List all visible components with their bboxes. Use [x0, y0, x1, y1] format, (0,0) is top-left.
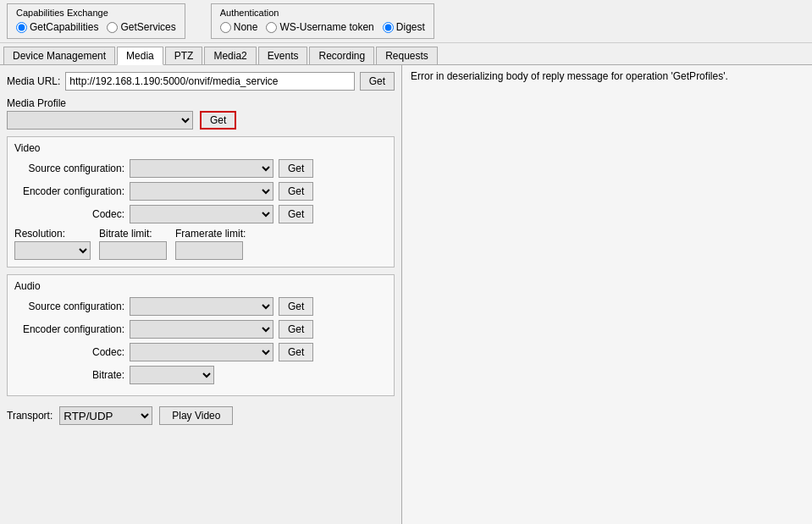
auth-none-radio[interactable]: None	[220, 21, 258, 33]
video-codec-select[interactable]	[130, 205, 273, 223]
error-message: Error in deserializing body of reply mes…	[407, 67, 732, 85]
getservices-label: GetServices	[120, 21, 175, 33]
video-encoder-label: Encoder configuration:	[14, 185, 124, 197]
video-source-select[interactable]	[130, 159, 273, 178]
video-encoder-select[interactable]	[130, 182, 273, 201]
tab-ptz[interactable]: PTZ	[165, 47, 203, 64]
left-panel: Media URL: Get Media Profile Get Video S…	[0, 65, 402, 524]
resolution-label: Resolution:	[14, 228, 91, 240]
audio-bitrate-select[interactable]	[130, 366, 214, 384]
tab-recording[interactable]: Recording	[309, 47, 374, 64]
audio-codec-label: Codec:	[14, 346, 124, 358]
resolution-select[interactable]	[14, 241, 91, 260]
tab-events[interactable]: Events	[258, 47, 308, 64]
audio-section-title: Audio	[14, 280, 387, 292]
capabilities-exchange-label: Capabilities Exchange	[16, 8, 176, 18]
audio-encoder-label: Encoder configuration:	[14, 323, 124, 335]
auth-digest-label: Digest	[396, 21, 425, 33]
audio-source-label: Source configuration:	[14, 301, 124, 312]
bitrate-input[interactable]	[99, 241, 167, 260]
transport-label: Transport:	[7, 410, 52, 422]
profile-get-button[interactable]: Get	[200, 111, 236, 130]
right-panel: Error in deserializing body of reply mes…	[402, 65, 812, 524]
video-codec-label: Codec:	[14, 208, 124, 220]
profile-select[interactable]	[7, 111, 193, 130]
play-video-button[interactable]: Play Video	[159, 406, 233, 425]
video-encoder-get-button[interactable]: Get	[279, 182, 313, 201]
auth-none-label: None	[234, 21, 258, 33]
tab-media[interactable]: Media	[117, 47, 163, 65]
url-input[interactable]	[65, 72, 354, 91]
audio-encoder-select[interactable]	[130, 320, 273, 339]
tab-requests[interactable]: Requests	[376, 47, 438, 64]
audio-codec-select[interactable]	[130, 343, 273, 361]
video-source-get-button[interactable]: Get	[279, 159, 313, 178]
authentication-label: Authentication	[220, 8, 425, 18]
url-get-button[interactable]: Get	[360, 72, 395, 91]
auth-wsusername-radio[interactable]: WS-Username token	[266, 21, 373, 33]
auth-wsusername-label: WS-Username token	[279, 21, 373, 33]
getcapabilities-label: GetCapabilities	[30, 21, 98, 33]
getcapabilities-radio[interactable]: GetCapabilities	[16, 21, 98, 33]
getservices-radio[interactable]: GetServices	[107, 21, 175, 33]
transport-select[interactable]: RTP/UDP	[59, 406, 152, 425]
url-label: Media URL:	[7, 75, 60, 87]
tab-media2[interactable]: Media2	[204, 47, 256, 64]
video-section-title: Video	[14, 142, 387, 154]
auth-digest-radio[interactable]: Digest	[383, 21, 425, 33]
tab-device-management[interactable]: Device Management	[3, 47, 115, 64]
video-codec-get-button[interactable]: Get	[279, 205, 313, 223]
bitrate-label: Bitrate limit:	[99, 228, 167, 240]
video-source-label: Source configuration:	[14, 163, 124, 174]
audio-bitrate-label: Bitrate:	[14, 369, 124, 381]
framerate-label: Framerate limit:	[175, 228, 246, 240]
audio-encoder-get-button[interactable]: Get	[279, 320, 313, 339]
profile-label: Media Profile	[7, 97, 395, 109]
audio-source-get-button[interactable]: Get	[279, 297, 313, 316]
framerate-input[interactable]	[175, 241, 243, 260]
audio-codec-get-button[interactable]: Get	[279, 343, 313, 361]
audio-source-select[interactable]	[130, 297, 273, 316]
